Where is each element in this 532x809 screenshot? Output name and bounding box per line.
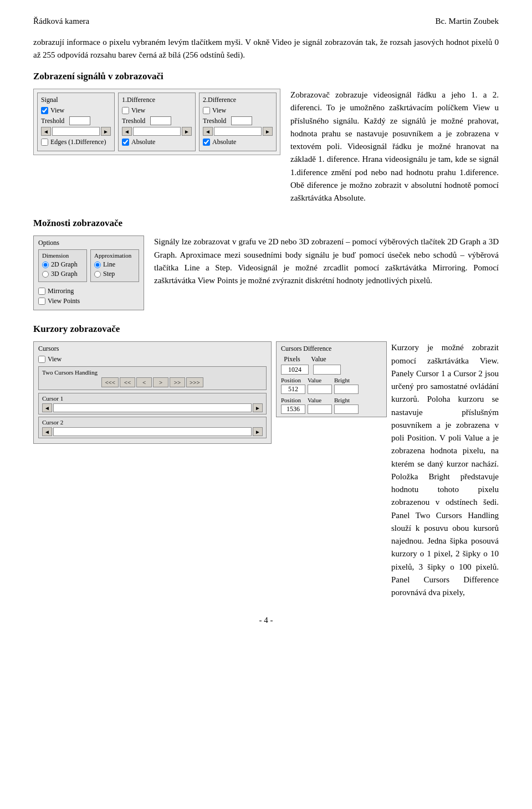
- diff-value-row: 1024: [281, 365, 382, 375]
- panel3-view-checkbox[interactable]: [203, 107, 210, 114]
- panel1-edges-checkbox[interactable]: [41, 139, 48, 146]
- dim-3d-radio[interactable]: [42, 271, 49, 278]
- cursor1-val-label-h: Value: [308, 377, 332, 383]
- two-cursors-box: Two Cursors Handling <<< << < > >> >>>: [38, 366, 267, 390]
- cursor1-bright-box: [334, 385, 359, 394]
- value-empty-box: [313, 365, 341, 375]
- header-right: Bc. Martin Zoubek: [435, 17, 499, 26]
- options-panel-title: Options: [38, 239, 139, 247]
- panel2-slider-left[interactable]: ◄: [122, 127, 132, 136]
- section-signals: Zobrazení signálů v zobrazovači Signal V…: [33, 71, 499, 204]
- diff-header-row: Pixels Value: [281, 355, 382, 363]
- panel1-threshold-input[interactable]: 127: [69, 116, 90, 125]
- cursor1-slider-left[interactable]: ◄: [42, 403, 52, 412]
- panel2-slider-track[interactable]: [133, 127, 181, 136]
- cursors-view-row: View: [38, 355, 267, 363]
- pixels-value-box: 1024: [281, 365, 309, 375]
- cursor2-pos-box: 1536: [281, 404, 305, 414]
- panel3-threshold-input[interactable]: 31: [231, 116, 252, 125]
- approx-step-row: Step: [94, 270, 135, 278]
- view-points-row: View Points: [38, 297, 139, 305]
- view-points-checkbox[interactable]: [38, 298, 45, 305]
- dimension-label: Dimension: [42, 252, 83, 259]
- nav-btn-rrr[interactable]: >>>: [186, 377, 203, 387]
- options-panel: Options Dimension 2D Graph 3D Graph Appr…: [33, 235, 144, 310]
- panel1-slider-right[interactable]: ►: [101, 127, 111, 136]
- panel2-threshold-label: Treshold: [122, 117, 149, 125]
- panel2-threshold-input[interactable]: 31: [150, 116, 171, 125]
- nav-btn-lll[interactable]: <<<: [101, 377, 119, 387]
- approx-step-label: Step: [103, 270, 115, 278]
- two-cursors-title: Two Cursors Handling: [42, 369, 263, 376]
- cursor2-val-box: [308, 404, 332, 414]
- panel3-threshold-label: Treshold: [203, 117, 229, 125]
- cursor2-panel: Cursor 2 ◄ ►: [38, 417, 267, 438]
- page-number: - 4 -: [33, 616, 499, 625]
- panel2-title: 1.Difference: [122, 96, 192, 104]
- signal-panel-2: 1.Difference View Treshold 31 ◄ ► Absolu…: [118, 93, 196, 151]
- panel3-slider-right[interactable]: ►: [263, 127, 273, 136]
- mirroring-checkbox[interactable]: [38, 288, 45, 295]
- panel3-slider-track[interactable]: [214, 127, 262, 136]
- approx-line-label: Line: [103, 260, 115, 269]
- panel2-slider-right[interactable]: ►: [182, 127, 192, 136]
- nav-btn-ll[interactable]: <<: [120, 377, 135, 387]
- panel3-absolute-checkbox[interactable]: [203, 139, 210, 146]
- cursor2-val-label-h: Value: [308, 397, 332, 403]
- cursor1-val-box: [308, 385, 332, 394]
- panel2-absolute-checkbox[interactable]: [122, 139, 129, 146]
- section-cursors: Kurzory zobrazovače Cursors View Two Cur…: [33, 324, 499, 599]
- panel2-view-label: View: [131, 106, 145, 115]
- panel1-view-checkbox[interactable]: [41, 107, 48, 114]
- panel2-slider-row: ◄ ►: [122, 127, 192, 136]
- panel3-slider-left[interactable]: ◄: [203, 127, 213, 136]
- cursor2-pos-header: Position Value Bright: [281, 397, 382, 403]
- panel2-absolute-label: Absolute: [131, 138, 155, 146]
- signal-panels: Signal View Treshold 127 ◄ ► Edges (1.Di…: [33, 89, 280, 155]
- cursor2-slider-track[interactable]: [53, 427, 252, 436]
- cursor2-slider-row: ◄ ►: [42, 427, 263, 436]
- section1-title: Zobrazení signálů v zobrazovači: [33, 71, 499, 82]
- dim-2d-radio[interactable]: [42, 262, 49, 268]
- dim-2d-label: 2D Graph: [51, 260, 78, 269]
- panel3-threshold-row: Treshold 31: [203, 116, 273, 125]
- panel3-view-label: View: [212, 106, 226, 115]
- header-left: Řádková kamera: [33, 17, 89, 26]
- panel1-slider-left[interactable]: ◄: [41, 127, 51, 136]
- nav-btn-rr[interactable]: >>: [170, 377, 185, 387]
- cursor2-bright-box: [334, 404, 359, 414]
- dim-2d-row: 2D Graph: [42, 260, 83, 269]
- nav-btn-r[interactable]: >: [153, 377, 168, 387]
- approx-line-radio[interactable]: [94, 262, 101, 268]
- panel1-slider-track[interactable]: [52, 127, 100, 136]
- cursor1-slider-right[interactable]: ►: [253, 403, 263, 412]
- panel1-view-row: View: [41, 106, 111, 115]
- signal-panel-3: 2.Difference View Treshold 31 ◄ ► Absolu…: [199, 93, 277, 151]
- cursors-view-label: View: [48, 355, 62, 363]
- cursor1-slider-track[interactable]: [53, 403, 252, 412]
- cursor2-title: Cursor 2: [42, 419, 263, 426]
- cursor1-bright-label-h: Bright: [334, 377, 350, 383]
- cursor-nav-row: <<< << < > >> >>>: [42, 377, 263, 387]
- approximation-group: Approximation Line Step: [90, 249, 139, 282]
- panel3-absolute-label: Absolute: [212, 138, 236, 146]
- cursors-view-checkbox[interactable]: [38, 356, 45, 363]
- cursors-panel: Cursors View Two Cursors Handling <<< <<…: [33, 341, 272, 444]
- approx-step-radio[interactable]: [94, 271, 101, 278]
- approx-line-row: Line: [94, 260, 135, 269]
- cursor1-pos-box: 512: [281, 385, 305, 394]
- cursor2-slider-right[interactable]: ►: [253, 427, 263, 436]
- section2-description: Signály lze zobrazovat v grafu ve 2D neb…: [154, 235, 499, 287]
- panel3-title: 2.Difference: [203, 96, 273, 104]
- cursor1-pos-label-h: Position: [281, 377, 305, 383]
- panel2-view-checkbox[interactable]: [122, 107, 129, 114]
- section2-title: Možnosti zobrazovače: [33, 218, 499, 229]
- cursor1-pos-header: Position Value Bright: [281, 377, 382, 383]
- nav-btn-l[interactable]: <: [136, 377, 152, 387]
- cursor2-slider-left[interactable]: ◄: [42, 427, 52, 436]
- cursors-diff-title: Cursors Difference: [281, 345, 382, 353]
- panel3-slider-row: ◄ ►: [203, 127, 273, 136]
- panel3-absolute-row: Absolute: [203, 138, 273, 146]
- section3-title: Kurzory zobrazovače: [33, 324, 499, 335]
- panel1-threshold-row: Treshold 127: [41, 116, 111, 125]
